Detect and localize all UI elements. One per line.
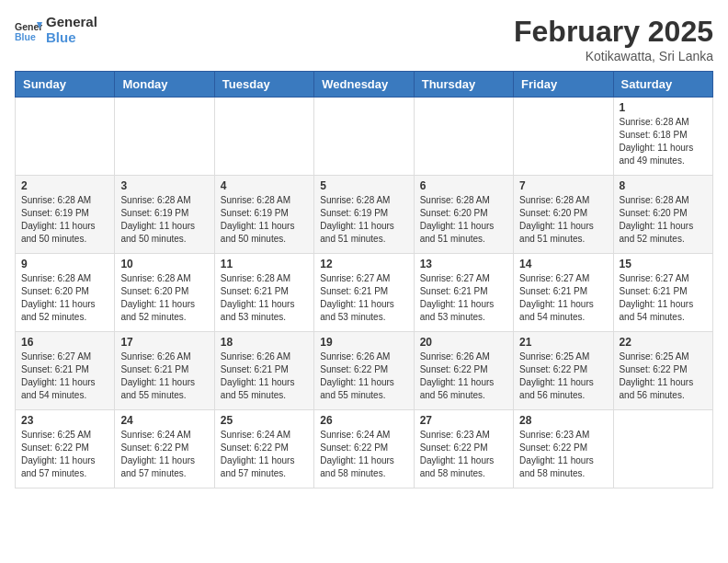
day-number: 10 — [120, 258, 208, 270]
calendar-cell: 1Sunrise: 6:28 AM Sunset: 6:18 PM Daylig… — [613, 98, 712, 176]
calendar-cell: 5Sunrise: 6:28 AM Sunset: 6:19 PM Daylig… — [314, 176, 414, 254]
calendar-cell: 21Sunrise: 6:25 AM Sunset: 6:22 PM Dayli… — [514, 332, 613, 410]
day-number: 20 — [420, 336, 507, 349]
week-row-5: 23Sunrise: 6:25 AM Sunset: 6:22 PM Dayli… — [16, 410, 713, 488]
day-info: Sunrise: 6:27 AM Sunset: 6:21 PM Dayligh… — [519, 272, 607, 324]
day-number: 3 — [120, 179, 208, 192]
day-info: Sunrise: 6:26 AM Sunset: 6:22 PM Dayligh… — [420, 350, 507, 402]
calendar-cell: 17Sunrise: 6:26 AM Sunset: 6:21 PM Dayli… — [115, 332, 214, 410]
day-number: 22 — [620, 336, 707, 349]
day-number: 9 — [21, 258, 108, 270]
day-info: Sunrise: 6:26 AM Sunset: 6:22 PM Dayligh… — [320, 350, 407, 402]
week-row-2: 2Sunrise: 6:28 AM Sunset: 6:19 PM Daylig… — [16, 176, 713, 254]
week-row-1: 1Sunrise: 6:28 AM Sunset: 6:18 PM Daylig… — [16, 98, 713, 176]
calendar-cell: 15Sunrise: 6:27 AM Sunset: 6:21 PM Dayli… — [613, 254, 712, 332]
logo-blue: Blue — [46, 30, 97, 46]
day-number: 7 — [519, 179, 607, 192]
day-number: 13 — [420, 258, 507, 270]
calendar-cell: 8Sunrise: 6:28 AM Sunset: 6:20 PM Daylig… — [613, 176, 712, 254]
calendar-cell: 12Sunrise: 6:27 AM Sunset: 6:21 PM Dayli… — [314, 254, 414, 332]
month-year: February 2025 — [514, 15, 713, 49]
day-info: Sunrise: 6:24 AM Sunset: 6:22 PM Dayligh… — [120, 429, 208, 480]
weekday-header-row: SundayMondayTuesdayWednesdayThursdayFrid… — [16, 72, 713, 98]
day-number: 11 — [221, 258, 308, 270]
day-number: 24 — [120, 414, 208, 427]
calendar-cell — [314, 98, 414, 176]
logo-icon: General Blue — [15, 19, 42, 41]
calendar-cell: 9Sunrise: 6:28 AM Sunset: 6:20 PM Daylig… — [16, 254, 115, 332]
weekday-header-tuesday: Tuesday — [214, 72, 313, 98]
day-number: 2 — [21, 179, 108, 192]
day-number: 5 — [320, 179, 407, 192]
day-number: 8 — [620, 179, 707, 192]
day-info: Sunrise: 6:25 AM Sunset: 6:22 PM Dayligh… — [21, 429, 108, 480]
title-area: February 2025 Kotikawatta, Sri Lanka — [514, 15, 713, 63]
day-info: Sunrise: 6:27 AM Sunset: 6:21 PM Dayligh… — [420, 272, 507, 324]
weekday-header-wednesday: Wednesday — [314, 72, 414, 98]
day-number: 1 — [620, 101, 707, 114]
calendar: SundayMondayTuesdayWednesdayThursdayFrid… — [15, 71, 713, 488]
day-number: 17 — [120, 336, 208, 349]
day-info: Sunrise: 6:28 AM Sunset: 6:20 PM Dayligh… — [620, 194, 707, 246]
calendar-cell: 27Sunrise: 6:23 AM Sunset: 6:22 PM Dayli… — [414, 410, 513, 488]
day-info: Sunrise: 6:23 AM Sunset: 6:22 PM Dayligh… — [420, 429, 507, 480]
calendar-cell: 23Sunrise: 6:25 AM Sunset: 6:22 PM Dayli… — [16, 410, 115, 488]
day-info: Sunrise: 6:28 AM Sunset: 6:20 PM Dayligh… — [120, 272, 208, 324]
day-number: 15 — [620, 258, 707, 270]
day-info: Sunrise: 6:28 AM Sunset: 6:21 PM Dayligh… — [221, 272, 308, 324]
day-info: Sunrise: 6:26 AM Sunset: 6:21 PM Dayligh… — [120, 350, 208, 402]
day-info: Sunrise: 6:28 AM Sunset: 6:19 PM Dayligh… — [21, 194, 108, 246]
calendar-cell: 25Sunrise: 6:24 AM Sunset: 6:22 PM Dayli… — [214, 410, 313, 488]
day-number: 18 — [221, 336, 308, 349]
calendar-cell: 20Sunrise: 6:26 AM Sunset: 6:22 PM Dayli… — [414, 332, 513, 410]
calendar-cell: 4Sunrise: 6:28 AM Sunset: 6:19 PM Daylig… — [214, 176, 313, 254]
day-number: 6 — [420, 179, 507, 192]
calendar-cell — [16, 98, 115, 176]
calendar-cell: 24Sunrise: 6:24 AM Sunset: 6:22 PM Dayli… — [115, 410, 214, 488]
calendar-cell: 18Sunrise: 6:26 AM Sunset: 6:21 PM Dayli… — [214, 332, 313, 410]
calendar-cell: 26Sunrise: 6:24 AM Sunset: 6:22 PM Dayli… — [314, 410, 414, 488]
day-number: 12 — [320, 258, 407, 270]
day-number: 21 — [519, 336, 607, 349]
calendar-cell: 10Sunrise: 6:28 AM Sunset: 6:20 PM Dayli… — [115, 254, 214, 332]
calendar-cell: 11Sunrise: 6:28 AM Sunset: 6:21 PM Dayli… — [214, 254, 313, 332]
calendar-cell: 14Sunrise: 6:27 AM Sunset: 6:21 PM Dayli… — [514, 254, 613, 332]
calendar-cell — [214, 98, 313, 176]
calendar-cell — [514, 98, 613, 176]
logo-general: General — [46, 15, 97, 30]
day-info: Sunrise: 6:27 AM Sunset: 6:21 PM Dayligh… — [21, 350, 108, 402]
calendar-cell — [414, 98, 513, 176]
calendar-cell: 7Sunrise: 6:28 AM Sunset: 6:20 PM Daylig… — [514, 176, 613, 254]
day-info: Sunrise: 6:28 AM Sunset: 6:19 PM Dayligh… — [120, 194, 208, 246]
day-number: 25 — [221, 414, 308, 427]
day-info: Sunrise: 6:24 AM Sunset: 6:22 PM Dayligh… — [221, 429, 308, 480]
day-number: 14 — [519, 258, 607, 270]
calendar-cell: 3Sunrise: 6:28 AM Sunset: 6:19 PM Daylig… — [115, 176, 214, 254]
calendar-cell: 19Sunrise: 6:26 AM Sunset: 6:22 PM Dayli… — [314, 332, 414, 410]
week-row-4: 16Sunrise: 6:27 AM Sunset: 6:21 PM Dayli… — [16, 332, 713, 410]
calendar-cell: 28Sunrise: 6:23 AM Sunset: 6:22 PM Dayli… — [514, 410, 613, 488]
location: Kotikawatta, Sri Lanka — [514, 49, 713, 63]
day-info: Sunrise: 6:28 AM Sunset: 6:20 PM Dayligh… — [21, 272, 108, 324]
header: General Blue General Blue February 2025 … — [15, 15, 713, 63]
day-number: 23 — [21, 414, 108, 427]
calendar-cell — [115, 98, 214, 176]
day-info: Sunrise: 6:28 AM Sunset: 6:20 PM Dayligh… — [519, 194, 607, 246]
day-info: Sunrise: 6:25 AM Sunset: 6:22 PM Dayligh… — [519, 350, 607, 402]
day-info: Sunrise: 6:26 AM Sunset: 6:21 PM Dayligh… — [221, 350, 308, 402]
calendar-cell — [613, 410, 712, 488]
logo: General Blue General Blue — [15, 15, 97, 45]
day-number: 26 — [320, 414, 407, 427]
weekday-header-friday: Friday — [514, 72, 613, 98]
day-number: 27 — [420, 414, 507, 427]
day-info: Sunrise: 6:28 AM Sunset: 6:20 PM Dayligh… — [420, 194, 507, 246]
day-number: 19 — [320, 336, 407, 349]
day-number: 4 — [221, 179, 308, 192]
calendar-cell: 16Sunrise: 6:27 AM Sunset: 6:21 PM Dayli… — [16, 332, 115, 410]
weekday-header-saturday: Saturday — [613, 72, 712, 98]
day-info: Sunrise: 6:28 AM Sunset: 6:18 PM Dayligh… — [620, 116, 707, 167]
weekday-header-thursday: Thursday — [414, 72, 513, 98]
day-info: Sunrise: 6:28 AM Sunset: 6:19 PM Dayligh… — [320, 194, 407, 246]
week-row-3: 9Sunrise: 6:28 AM Sunset: 6:20 PM Daylig… — [16, 254, 713, 332]
weekday-header-monday: Monday — [115, 72, 214, 98]
